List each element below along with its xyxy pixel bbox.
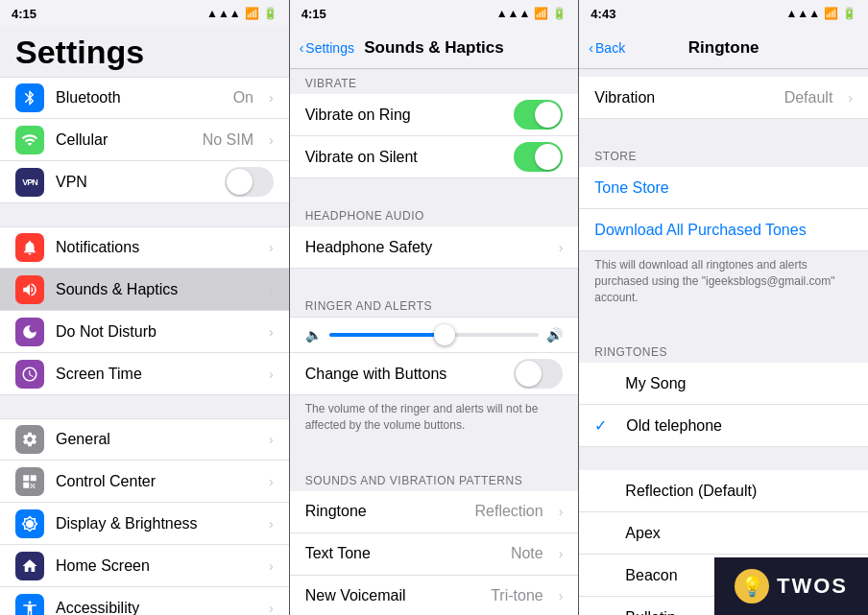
ringtone-reflection[interactable]: Reflection (Default) (579, 470, 868, 512)
display-icon (15, 509, 44, 538)
settings-back-button[interactable]: ‹ Settings (300, 40, 354, 56)
notifications-label: Notifications (56, 239, 253, 256)
spacer-r0 (579, 69, 868, 77)
new-voicemail-item[interactable]: New Voicemail Tri-tone › (290, 576, 579, 615)
sidebar-item-controlcenter[interactable]: Control Center › (0, 461, 289, 503)
ringtone-scroll[interactable]: Vibration Default › STORE Tone Store Dow… (579, 69, 868, 615)
twos-bulb-icon: 💡 (735, 569, 769, 603)
spacer-h1 (290, 178, 579, 201)
slider-fill (329, 333, 445, 337)
chevron-icon: › (559, 240, 564, 255)
cellular-value: No SIM (203, 131, 253, 149)
ringer-slider-track[interactable] (329, 333, 540, 337)
vpn-toggle[interactable] (225, 167, 274, 197)
sidebar-item-cellular[interactable]: Cellular No SIM › (0, 119, 289, 161)
change-with-buttons-item[interactable]: Change with Buttons (290, 353, 579, 395)
time-2: 4:15 (301, 7, 326, 21)
sounds-icon (15, 275, 44, 304)
time-3: 4:43 (591, 7, 615, 21)
sidebar-item-donotdisturb[interactable]: Do Not Disturb › (0, 311, 289, 353)
ringer-slider-row: 🔈 🔊 (290, 317, 579, 353)
signal-icon: ▲▲▲ (496, 7, 531, 20)
chevron-icon: › (269, 324, 274, 340)
bluetooth-label: Bluetooth (56, 89, 222, 106)
wifi-icon: 📶 (534, 7, 548, 20)
ringtone-item[interactable]: Ringtone Reflection › (290, 491, 579, 533)
sidebar-item-display[interactable]: Display & Brightness › (0, 503, 289, 545)
donotdisturb-icon (15, 318, 44, 346)
ringtone-back-button[interactable]: ‹ Back (589, 40, 625, 56)
vibrate-on-ring-label: Vibrate on Ring (305, 106, 503, 124)
chevron-left-icon: ‹ (300, 40, 304, 56)
vpn-icon: VPN (15, 168, 44, 197)
change-with-buttons-toggle[interactable] (514, 359, 563, 389)
chevron-icon: › (269, 474, 274, 489)
screentime-icon (15, 360, 44, 389)
sidebar-item-notifications[interactable]: Notifications › (0, 226, 289, 269)
sidebar-item-vpn[interactable]: VPN VPN (0, 161, 289, 203)
ringtone-apex[interactable]: Apex (579, 512, 868, 555)
chevron-icon: › (559, 588, 564, 603)
settings-header: Settings (0, 27, 289, 77)
ringtone-my-song[interactable]: My Song (579, 363, 868, 405)
signal-icon: ▲▲▲ (785, 7, 820, 20)
cellular-label: Cellular (56, 131, 191, 149)
accessibility-icon (15, 594, 44, 616)
download-all-item[interactable]: Download All Purchased Tones (579, 209, 868, 251)
chevron-left-icon: ‹ (589, 40, 593, 56)
general-label: General (56, 431, 253, 448)
battery-icon: 🔋 (263, 7, 277, 20)
new-voicemail-value: Tri-tone (491, 587, 543, 604)
cellular-icon (15, 126, 44, 154)
accessibility-label: Accessibility (56, 600, 253, 616)
vibrate-on-ring-toggle[interactable] (514, 100, 563, 130)
sounds-haptics-panel: 4:15 ▲▲▲ 📶 🔋 ‹ Settings Sounds & Haptics… (290, 0, 580, 615)
settings-scroll[interactable]: Bluetooth On › Cellular No SIM › VPN VPN (0, 77, 289, 615)
chevron-icon: › (269, 432, 274, 447)
text-tone-item[interactable]: Text Tone Note › (290, 533, 579, 576)
vibrate-on-ring-item[interactable]: Vibrate on Ring (290, 94, 579, 136)
vibration-item[interactable]: Vibration Default › (579, 77, 868, 119)
sidebar-item-general[interactable]: General › (0, 418, 289, 461)
sounds-nav-bar: ‹ Settings Sounds & Haptics (290, 27, 579, 69)
vibration-value: Default (784, 89, 833, 106)
sidebar-item-bluetooth[interactable]: Bluetooth On › (0, 77, 289, 119)
sounds-nav-title: Sounds & Haptics (364, 38, 503, 58)
tone-store-label: Tone Store (594, 179, 853, 197)
chevron-icon: › (269, 90, 274, 106)
sidebar-item-screentime[interactable]: Screen Time › (0, 353, 289, 395)
vibrate-on-silent-item[interactable]: Vibrate on Silent (290, 136, 579, 178)
sounds-scroll[interactable]: VIBRATE Vibrate on Ring Vibrate on Silen… (290, 69, 579, 615)
twos-watermark: 💡 TWOS (714, 557, 868, 615)
vibrate-on-silent-label: Vibrate on Silent (305, 149, 503, 166)
vibrate-section-label: VIBRATE (290, 69, 579, 94)
store-section-label: STORE (579, 142, 868, 167)
chevron-icon: › (269, 282, 274, 297)
sidebar-item-sounds[interactable]: Sounds & Haptics › (0, 269, 289, 311)
sidebar-item-homescreen[interactable]: Home Screen › (0, 545, 289, 587)
vibrate-on-silent-toggle[interactable] (514, 142, 563, 172)
tone-store-item[interactable]: Tone Store (579, 167, 868, 209)
donotdisturb-label: Do Not Disturb (56, 323, 253, 341)
ringtone-back-label: Back (595, 40, 625, 56)
back-label: Settings (305, 40, 354, 56)
controlcenter-icon (15, 467, 44, 496)
ringtone-old-telephone[interactable]: ✓ Old telephone (579, 405, 868, 447)
ringer-section-label: RINGER AND ALERTS (290, 292, 579, 317)
chevron-icon: › (269, 558, 274, 574)
vpn-label: VPN (56, 174, 213, 191)
homescreen-icon (15, 552, 44, 580)
status-icons-1: ▲▲▲ 📶 🔋 (206, 7, 277, 20)
old-telephone-label: Old telephone (626, 417, 853, 435)
twos-text: TWOS (777, 574, 848, 599)
spacer-r3 (579, 447, 868, 470)
headphone-safety-item[interactable]: Headphone Safety › (290, 226, 579, 269)
store-desc: This will download all ringtones and ale… (579, 251, 868, 315)
ringtone-label: Ringtone (305, 503, 464, 520)
notifications-icon (15, 233, 44, 262)
spacer-r2 (579, 315, 868, 338)
sidebar-item-accessibility[interactable]: Accessibility › (0, 587, 289, 615)
slider-thumb[interactable] (434, 324, 455, 345)
page-title-1: Settings (15, 34, 144, 71)
reflection-label: Reflection (Default) (625, 483, 853, 500)
